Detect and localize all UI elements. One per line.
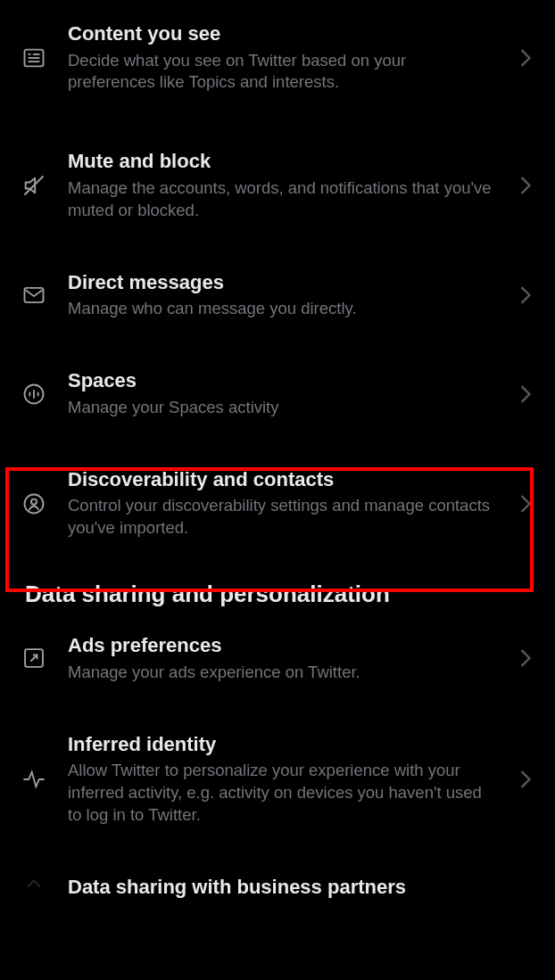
settings-screen: Content you see Decide what you see on T… (0, 0, 555, 980)
discover-icon (20, 491, 48, 516)
row-title: Data sharing with business partners (68, 875, 496, 900)
chevron-right-icon (516, 494, 535, 514)
section-heading-data-sharing: Data sharing and personalization (0, 561, 555, 612)
chevron-right-icon (516, 648, 535, 668)
row-text: Discoverability and contacts Control you… (68, 467, 496, 539)
row-title: Spaces (68, 368, 496, 393)
svg-point-13 (31, 498, 37, 504)
chevron-right-icon (516, 285, 535, 305)
row-desc: Decide what you see on Twitter based on … (68, 50, 496, 95)
row-desc: Manage your ads experience on Twitter. (68, 662, 496, 684)
row-text: Data sharing with business partners (68, 875, 496, 903)
row-title: Direct messages (68, 270, 496, 295)
chevron-right-icon (516, 770, 535, 789)
row-desc: Manage your Spaces activity (68, 397, 496, 419)
envelope-icon (20, 283, 48, 308)
row-title: Mute and block (68, 149, 496, 174)
row-title: Ads preferences (68, 633, 496, 658)
row-text: Content you see Decide what you see on T… (68, 21, 496, 94)
row-data-sharing-partners[interactable]: Data sharing with business partners (0, 853, 555, 909)
row-desc: Manage the accounts, words, and notifica… (68, 177, 496, 222)
row-desc: Control your discoverability settings an… (68, 495, 496, 539)
row-direct-messages[interactable]: Direct messages Manage who can message y… (0, 249, 555, 342)
row-title: Discoverability and contacts (68, 467, 496, 492)
row-title: Inferred identity (68, 732, 496, 757)
row-discoverability-contacts[interactable]: Discoverability and contacts Control you… (0, 446, 555, 561)
row-text: Spaces Manage your Spaces activity (68, 368, 496, 418)
svg-line-15 (31, 655, 37, 662)
spaces-icon (20, 382, 48, 407)
row-text: Ads preferences Manage your ads experien… (68, 633, 496, 683)
row-text: Direct messages Manage who can message y… (68, 270, 496, 320)
activity-icon (20, 767, 48, 792)
row-mute-and-block[interactable]: Mute and block Manage the accounts, word… (0, 128, 555, 243)
row-spaces[interactable]: Spaces Manage your Spaces activity (0, 347, 555, 440)
chevron-right-icon (516, 384, 535, 404)
row-ads-preferences[interactable]: Ads preferences Manage your ads experien… (0, 612, 555, 704)
chevron-right-icon (516, 176, 535, 195)
row-desc: Manage who can message you directly. (68, 298, 496, 320)
row-text: Mute and block Manage the accounts, word… (68, 149, 496, 221)
row-text: Inferred identity Allow Twitter to perso… (68, 732, 496, 827)
share-icon (20, 877, 48, 902)
mute-icon (20, 173, 48, 198)
row-inferred-identity[interactable]: Inferred identity Allow Twitter to perso… (0, 711, 555, 848)
content-icon (20, 45, 48, 70)
row-title: Content you see (68, 21, 496, 46)
chevron-right-icon (516, 48, 535, 68)
ads-icon (20, 646, 48, 671)
row-content-you-see[interactable]: Content you see Decide what you see on T… (0, 0, 555, 115)
row-desc: Allow Twitter to personalize your experi… (68, 760, 496, 827)
